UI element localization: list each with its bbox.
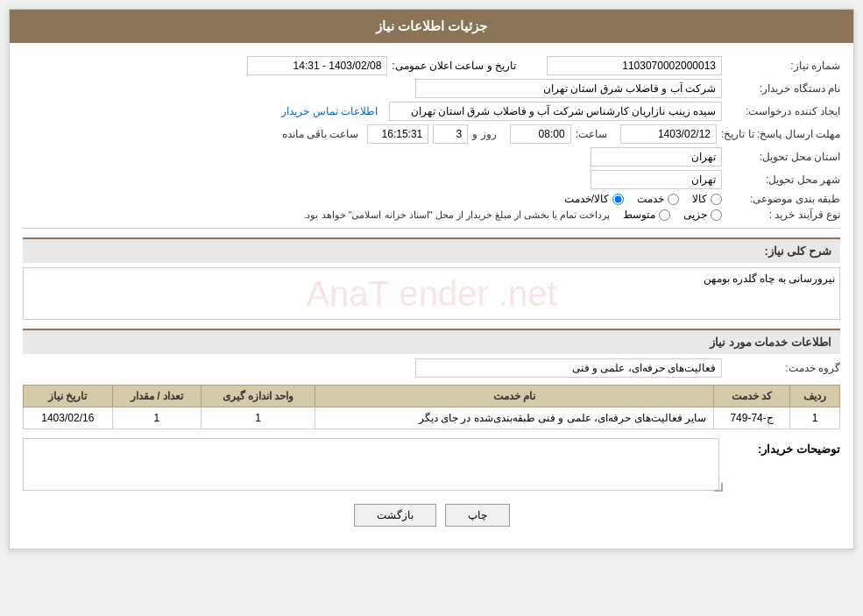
- remaining-label: ساعت باقی مانده: [282, 128, 359, 140]
- dastgah-label: نام دستگاه خریدار:: [726, 82, 840, 95]
- row-ostan: استان محل تحویل: تهران: [23, 147, 840, 166]
- page-title: جزئیات اطلاعات نیاز: [376, 18, 487, 33]
- farayand-radio-group: جزیی متوسط: [623, 209, 722, 221]
- saeat-value: 08:00: [510, 124, 571, 144]
- shomare-value: 1103070002000013: [547, 56, 722, 75]
- radio-khedmat[interactable]: خدمت: [637, 193, 679, 205]
- grooh-label: گروه خدمت:: [726, 362, 840, 374]
- tarikh-value: 1403/02/12: [620, 124, 717, 144]
- services-table: ردیف کد خدمت نام خدمت واحد اندازه گیری ت…: [23, 385, 840, 429]
- radio-jozei[interactable]: جزیی: [683, 209, 722, 221]
- ijad-value: سیده زینب نازاریان کارشناس شرکت آب و فاض…: [389, 102, 722, 121]
- grooh-value: فعالیت‌های حرفه‌ای، علمی و فنی: [415, 358, 722, 378]
- buyer-notes-box: [23, 438, 719, 491]
- row-ijad: ایجاد کننده درخواست: سیده زینب نازاریان …: [23, 102, 840, 121]
- ostan-value: تهران: [591, 147, 722, 166]
- th-radif: ردیف: [790, 386, 840, 407]
- radio-kala-khedmat[interactable]: کالا/خدمت: [564, 193, 624, 205]
- row-farayand: نوع فرآیند خرید : جزیی متوسط پرداخت تمام…: [23, 209, 840, 221]
- page-container: جزئیات اطلاعات نیاز شماره نیاز: 11030700…: [9, 9, 854, 549]
- saeat-label: ساعت:: [576, 128, 607, 140]
- th-name: نام خدمت: [315, 386, 714, 407]
- shomare-label: شماره نیاز:: [726, 60, 840, 72]
- page-content: شماره نیاز: 1103070002000013 تاریخ و ساع…: [10, 43, 853, 549]
- sharh-box: نیرورسانی به چاه گلدره بومهن AnaT ender …: [23, 267, 840, 320]
- radio-jozei-input[interactable]: [711, 209, 722, 221]
- row-shomare: شماره نیاز: 1103070002000013 تاریخ و ساع…: [23, 56, 840, 75]
- radio-kala-input[interactable]: [711, 194, 722, 205]
- cell-name: سایر فعالیت‌های حرفه‌ای، علمی و فنی طبقه…: [315, 407, 714, 429]
- dastgah-value: شرکت آب و فاضلاب شرق استان تهران: [415, 79, 722, 98]
- farayand-label: نوع فرآیند خرید :: [726, 209, 840, 221]
- elan-label: تاریخ و ساعت اعلان عمومی:: [392, 60, 516, 72]
- remaining-time: 16:15:31: [367, 124, 428, 144]
- print-button[interactable]: چاپ: [445, 504, 510, 527]
- farayand-desc: پرداخت تمام یا بخشی از مبلغ خریدار از مح…: [303, 209, 610, 221]
- sharh-section-title: شرح کلی نیاز:: [23, 237, 840, 263]
- th-vahed: واحد اندازه گیری: [202, 386, 315, 407]
- cell-tedad: 1: [112, 407, 202, 429]
- tabaqe-label: طبقه بندی موضوعی:: [726, 193, 840, 205]
- buyer-notes-section: توضیحات خریدار:: [23, 438, 840, 491]
- shahr-label: شهر محل تحویل:: [726, 173, 840, 186]
- table-header-row: ردیف کد خدمت نام خدمت واحد اندازه گیری ت…: [24, 386, 840, 407]
- radio-motavaset-input[interactable]: [659, 209, 670, 221]
- page-header: جزئیات اطلاعات نیاز: [10, 10, 853, 43]
- contact-link[interactable]: اطلاعات تماس خریدار: [281, 105, 378, 117]
- cell-tarikh: 1403/02/16: [24, 407, 113, 429]
- cell-kod: ج-74-749: [713, 407, 789, 429]
- watermark: AnaT ender .net: [306, 274, 556, 314]
- row-mohlet: مهلت ارسال پاسخ: تا تاریخ: 1403/02/12 سا…: [23, 124, 840, 144]
- back-button[interactable]: بازگشت: [354, 504, 436, 527]
- cell-vahed: 1: [202, 407, 315, 429]
- radio-kala-khedmat-input[interactable]: [612, 194, 624, 205]
- buyer-notes-label: توضیحات خریدار:: [726, 438, 840, 460]
- radio-jozei-label: جزیی: [683, 209, 707, 221]
- elan-value: 1403/02/08 - 14:31: [247, 56, 387, 75]
- radio-motavaset[interactable]: متوسط: [623, 209, 670, 221]
- services-section-title: اطلاعات خدمات مورد نیاز: [23, 329, 840, 354]
- row-grooh: گروه خدمت: فعالیت‌های حرفه‌ای، علمی و فن…: [23, 358, 840, 378]
- radio-kala[interactable]: کالا: [692, 193, 722, 205]
- radio-khedmat-input[interactable]: [668, 194, 679, 205]
- shahr-value: تهران: [591, 170, 722, 189]
- roz-value: 3: [433, 124, 468, 144]
- sharh-value: نیرورسانی به چاه گلدره بومهن: [704, 273, 835, 285]
- radio-kala-label: کالا: [692, 193, 707, 205]
- separator-1: [23, 228, 840, 229]
- row-dastgah: نام دستگاه خریدار: شرکت آب و فاضلاب شرق …: [23, 79, 840, 98]
- th-tarikh: تاریخ نیاز: [24, 386, 113, 407]
- th-tedad: تعداد / مقدار: [112, 386, 202, 407]
- resize-handle-icon[interactable]: [714, 483, 723, 492]
- th-kod: کد خدمت: [713, 386, 789, 407]
- ostan-label: استان محل تحویل:: [726, 151, 840, 163]
- sharh-container: نیرورسانی به چاه گلدره بومهن AnaT ender …: [23, 267, 840, 320]
- tabaqe-radio-group: کالا خدمت کالا/خدمت: [564, 193, 722, 205]
- row-tabaqe: طبقه بندی موضوعی: کالا خدمت کالا/خدمت: [23, 193, 840, 205]
- radio-kala-khedmat-label: کالا/خدمت: [564, 193, 609, 205]
- ijad-label: ایجاد کننده درخواست:: [726, 105, 840, 117]
- table-row: 1 ج-74-749 سایر فعالیت‌های حرفه‌ای، علمی…: [24, 407, 840, 429]
- mohlet-label: مهلت ارسال پاسخ: تا تاریخ:: [721, 128, 840, 140]
- radio-khedmat-label: خدمت: [637, 193, 664, 205]
- buttons-row: چاپ بازگشت: [23, 504, 840, 535]
- row-shahr: شهر محل تحویل: تهران: [23, 170, 840, 189]
- cell-radif: 1: [790, 407, 840, 429]
- radio-motavaset-label: متوسط: [623, 209, 655, 221]
- roz-label: روز و: [472, 128, 496, 140]
